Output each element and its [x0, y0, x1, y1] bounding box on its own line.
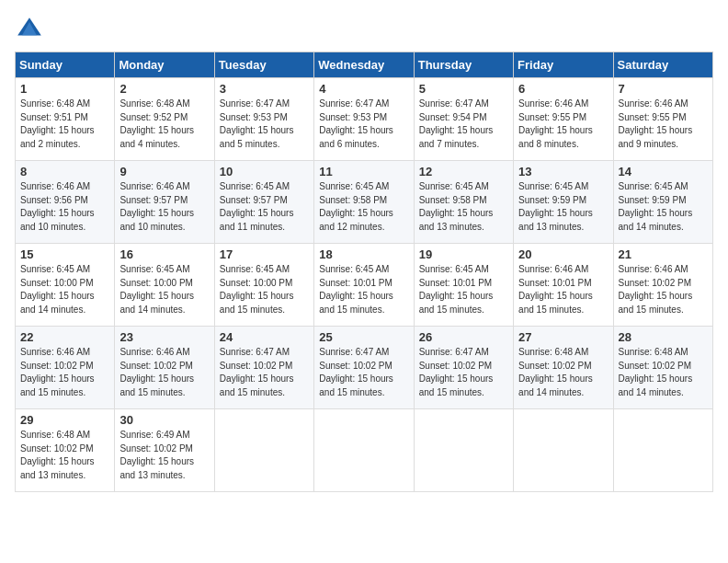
day-info: Sunrise: 6:47 AM Sunset: 10:02 PM Daylig… [319, 346, 408, 399]
day-info: Sunrise: 6:46 AM Sunset: 10:02 PM Daylig… [619, 263, 708, 316]
sunrise-label: Sunrise: 6:47 AM [319, 98, 389, 109]
calendar-cell: 27 Sunrise: 6:48 AM Sunset: 10:02 PM Day… [514, 327, 613, 409]
daylight-label: Daylight: 15 hours and 4 minutes. [119, 125, 194, 149]
sunset-label: Sunset: 10:02 PM [119, 443, 193, 454]
sunrise-label: Sunrise: 6:46 AM [619, 98, 688, 109]
daylight-label: Daylight: 15 hours and 2 minutes. [20, 125, 95, 149]
calendar-week-row: 1 Sunrise: 6:48 AM Sunset: 9:51 PM Dayli… [16, 78, 713, 161]
calendar-cell: 2 Sunrise: 6:48 AM Sunset: 9:52 PM Dayli… [115, 78, 214, 161]
calendar-cell: 23 Sunrise: 6:46 AM Sunset: 10:02 PM Day… [115, 327, 214, 409]
daylight-label: Daylight: 15 hours and 14 minutes. [619, 208, 693, 232]
calendar-cell: 21 Sunrise: 6:46 AM Sunset: 10:02 PM Day… [613, 244, 712, 327]
daylight-label: Daylight: 15 hours and 5 minutes. [220, 125, 294, 149]
sunrise-label: Sunrise: 6:45 AM [220, 181, 290, 191]
daylight-label: Daylight: 15 hours and 14 minutes. [20, 291, 95, 315]
sunset-label: Sunset: 10:02 PM [220, 361, 293, 371]
day-info: Sunrise: 6:47 AM Sunset: 9:53 PM Dayligh… [319, 98, 408, 151]
daylight-label: Daylight: 15 hours and 12 minutes. [319, 208, 393, 232]
daylight-label: Daylight: 15 hours and 13 minutes. [119, 456, 194, 480]
daylight-label: Daylight: 15 hours and 10 minutes. [20, 208, 95, 232]
day-number: 16 [119, 247, 209, 261]
calendar-cell: 22 Sunrise: 6:46 AM Sunset: 10:02 PM Day… [16, 327, 115, 409]
calendar-cell: 18 Sunrise: 6:45 AM Sunset: 10:01 PM Day… [314, 244, 414, 327]
day-number: 22 [20, 330, 109, 344]
day-number: 28 [619, 330, 708, 344]
calendar-cell: 9 Sunrise: 6:46 AM Sunset: 9:57 PM Dayli… [115, 161, 214, 244]
day-number: 13 [518, 165, 608, 178]
day-info: Sunrise: 6:48 AM Sunset: 10:02 PM Daylig… [518, 346, 608, 399]
day-number: 10 [220, 165, 309, 178]
day-info: Sunrise: 6:48 AM Sunset: 9:51 PM Dayligh… [20, 98, 109, 151]
day-info: Sunrise: 6:47 AM Sunset: 9:53 PM Dayligh… [220, 98, 309, 151]
calendar-cell: 20 Sunrise: 6:46 AM Sunset: 10:01 PM Day… [514, 244, 613, 327]
daylight-label: Daylight: 15 hours and 15 minutes. [619, 291, 693, 315]
sunrise-label: Sunrise: 6:47 AM [220, 98, 290, 109]
sunset-label: Sunset: 9:51 PM [20, 112, 88, 122]
day-number: 23 [119, 330, 209, 344]
daylight-label: Daylight: 15 hours and 11 minutes. [220, 208, 294, 232]
day-number: 21 [619, 247, 708, 261]
sunrise-label: Sunrise: 6:45 AM [20, 264, 90, 274]
calendar-week-row: 15 Sunrise: 6:45 AM Sunset: 10:00 PM Day… [16, 244, 713, 327]
sunset-label: Sunset: 10:01 PM [419, 278, 493, 288]
calendar-header-tuesday: Tuesday [214, 52, 313, 78]
day-info: Sunrise: 6:45 AM Sunset: 9:59 PM Dayligh… [518, 180, 608, 234]
calendar-cell [514, 409, 613, 492]
sunset-label: Sunset: 10:01 PM [319, 278, 392, 288]
calendar-cell: 12 Sunrise: 6:45 AM Sunset: 9:58 PM Dayl… [414, 161, 513, 244]
calendar-cell: 6 Sunrise: 6:46 AM Sunset: 9:55 PM Dayli… [514, 78, 613, 161]
calendar-header-monday: Monday [115, 52, 214, 78]
day-info: Sunrise: 6:47 AM Sunset: 9:54 PM Dayligh… [419, 98, 508, 151]
sunset-label: Sunset: 9:55 PM [518, 112, 586, 122]
daylight-label: Daylight: 15 hours and 15 minutes. [119, 373, 194, 397]
sunrise-label: Sunrise: 6:48 AM [20, 430, 90, 440]
sunrise-label: Sunrise: 6:47 AM [220, 347, 290, 357]
sunset-label: Sunset: 9:54 PM [419, 112, 487, 122]
daylight-label: Daylight: 15 hours and 9 minutes. [619, 125, 693, 149]
sunset-label: Sunset: 10:02 PM [20, 443, 94, 454]
day-info: Sunrise: 6:45 AM Sunset: 9:58 PM Dayligh… [419, 180, 508, 234]
day-number: 11 [319, 165, 408, 178]
day-number: 6 [518, 82, 608, 96]
sunset-label: Sunset: 9:59 PM [619, 195, 687, 205]
sunrise-label: Sunrise: 6:45 AM [619, 181, 688, 191]
calendar-cell: 14 Sunrise: 6:45 AM Sunset: 9:59 PM Dayl… [613, 161, 712, 244]
sunrise-label: Sunrise: 6:48 AM [119, 98, 189, 109]
day-number: 29 [20, 413, 109, 427]
sunrise-label: Sunrise: 6:45 AM [220, 264, 290, 274]
sunrise-label: Sunrise: 6:45 AM [119, 264, 189, 274]
sunrise-label: Sunrise: 6:47 AM [419, 98, 489, 109]
sunrise-label: Sunrise: 6:46 AM [518, 98, 588, 109]
sunrise-label: Sunrise: 6:46 AM [20, 181, 90, 191]
daylight-label: Daylight: 15 hours and 14 minutes. [619, 373, 693, 397]
sunrise-label: Sunrise: 6:45 AM [419, 264, 489, 274]
daylight-label: Daylight: 15 hours and 15 minutes. [220, 373, 294, 397]
calendar-cell: 5 Sunrise: 6:47 AM Sunset: 9:54 PM Dayli… [414, 78, 513, 161]
calendar-header-friday: Friday [514, 52, 613, 78]
sunset-label: Sunset: 10:00 PM [220, 278, 293, 288]
calendar-cell [314, 409, 414, 492]
calendar-cell: 15 Sunrise: 6:45 AM Sunset: 10:00 PM Day… [16, 244, 115, 327]
daylight-label: Daylight: 15 hours and 7 minutes. [419, 125, 494, 149]
day-number: 1 [20, 82, 109, 96]
daylight-label: Daylight: 15 hours and 13 minutes. [20, 456, 95, 480]
day-info: Sunrise: 6:45 AM Sunset: 9:57 PM Dayligh… [220, 180, 309, 234]
day-info: Sunrise: 6:46 AM Sunset: 10:02 PM Daylig… [20, 346, 109, 399]
calendar-week-row: 29 Sunrise: 6:48 AM Sunset: 10:02 PM Day… [16, 409, 713, 492]
calendar-cell: 13 Sunrise: 6:45 AM Sunset: 9:59 PM Dayl… [514, 161, 613, 244]
day-number: 24 [220, 330, 309, 344]
sunset-label: Sunset: 10:02 PM [419, 361, 493, 371]
calendar-cell: 17 Sunrise: 6:45 AM Sunset: 10:00 PM Day… [214, 244, 313, 327]
daylight-label: Daylight: 15 hours and 15 minutes. [20, 373, 95, 397]
calendar-cell: 3 Sunrise: 6:47 AM Sunset: 9:53 PM Dayli… [214, 78, 313, 161]
day-info: Sunrise: 6:46 AM Sunset: 9:57 PM Dayligh… [119, 180, 209, 234]
sunrise-label: Sunrise: 6:48 AM [20, 98, 90, 109]
day-info: Sunrise: 6:48 AM Sunset: 10:02 PM Daylig… [20, 429, 109, 482]
calendar-cell: 25 Sunrise: 6:47 AM Sunset: 10:02 PM Day… [314, 327, 414, 409]
day-info: Sunrise: 6:46 AM Sunset: 10:02 PM Daylig… [119, 346, 209, 399]
day-number: 27 [518, 330, 608, 344]
sunrise-label: Sunrise: 6:45 AM [518, 181, 588, 191]
calendar-header-saturday: Saturday [613, 52, 712, 78]
sunrise-label: Sunrise: 6:48 AM [619, 347, 688, 357]
day-number: 25 [319, 330, 408, 344]
